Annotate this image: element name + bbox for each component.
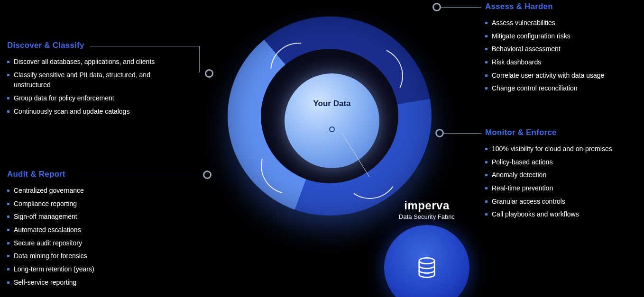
list-item: Compliance reporting xyxy=(7,199,187,209)
list-item: Real-time prevention xyxy=(485,183,637,194)
list-item: Continuously scan and update catalogs xyxy=(7,107,187,117)
core-sphere: Your Data xyxy=(285,73,379,168)
section-title-assess: Assess & Harden xyxy=(485,2,637,11)
brand-logo: imperva xyxy=(389,199,465,212)
list-item: Data mining for forensics xyxy=(7,251,187,261)
section-title-audit: Audit & Report xyxy=(7,170,187,179)
section-title-discover: Discover & Classify xyxy=(7,41,187,50)
database-icon xyxy=(414,255,440,280)
list-item: Secure audit repository xyxy=(7,238,187,249)
list-item: Centralized governance xyxy=(7,186,187,196)
brand-subtitle: Data Security Fabric xyxy=(389,213,465,220)
core-label: Your Data xyxy=(313,99,350,108)
list-item: Granular access controls xyxy=(485,197,637,207)
connector-line xyxy=(76,175,203,175)
list-discover: Discover all databases, applications, an… xyxy=(7,57,187,117)
list-item: Behavioral assessment xyxy=(485,44,637,54)
list-item: Correlate user activity with data usage xyxy=(485,71,637,81)
list-item: Long-term retention (years) xyxy=(7,264,187,275)
section-assess: Assess & Harden Assess vulnerabilities M… xyxy=(485,2,637,97)
list-item: Call playbooks and workflows xyxy=(485,209,637,220)
section-discover: Discover & Classify Discover all databas… xyxy=(7,41,187,119)
list-item: Policy-based actions xyxy=(485,157,637,168)
list-item: Mitigate configuration risks xyxy=(485,31,637,42)
brand-block: imperva Data Security Fabric xyxy=(389,199,465,220)
list-item: Risk dashboards xyxy=(485,57,637,68)
list-audit: Centralized governance Compliance report… xyxy=(7,186,187,288)
section-monitor: Monitor & Enforce 100% visibility for cl… xyxy=(485,128,637,223)
connector-dot-icon xyxy=(205,69,213,78)
list-monitor: 100% visibility for cloud and on-premise… xyxy=(485,144,637,220)
list-item: Self-service reporting xyxy=(7,278,187,288)
list-item: Automated escalations xyxy=(7,225,187,235)
list-assess: Assess vulnerabilities Mitigate configur… xyxy=(485,18,637,94)
connector-line xyxy=(199,46,200,72)
connector-dot-icon xyxy=(203,171,212,179)
list-item: Assess vulnerabilities xyxy=(485,18,637,28)
list-item: Discover all databases, applications, an… xyxy=(7,57,187,67)
list-item: Change control reconciliation xyxy=(485,83,637,94)
section-audit: Audit & Report Centralized governance Co… xyxy=(7,170,187,291)
list-item: Sign-off management xyxy=(7,212,187,222)
section-title-monitor: Monitor & Enforce xyxy=(485,128,637,137)
list-item: Classify sensitive and PII data, structu… xyxy=(7,70,187,90)
svg-point-0 xyxy=(419,258,434,264)
list-item: Anomaly detection xyxy=(485,170,637,180)
list-item: 100% visibility for cloud and on-premise… xyxy=(485,144,637,154)
core-center-dot-icon xyxy=(329,126,335,132)
connector-line xyxy=(90,46,199,46)
list-item: Group data for policy enforcement xyxy=(7,93,187,104)
